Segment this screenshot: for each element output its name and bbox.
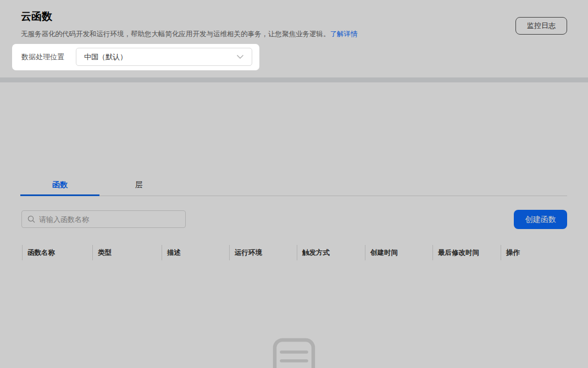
column-header-description: 描述 <box>162 245 229 260</box>
tab-layers[interactable]: 层 <box>99 176 179 194</box>
section-divider-gap <box>0 77 588 82</box>
empty-state <box>0 338 588 368</box>
column-header-modified-time: 最后修改时间 <box>432 245 501 260</box>
column-header-type: 类型 <box>92 245 162 260</box>
page-title: 云函数 <box>21 9 52 24</box>
page-subtitle-text: 无服务器化的代码开发和运行环境，帮助您大幅简化应用开发与运维相关的事务，让您聚焦… <box>21 30 330 38</box>
empty-document-icon <box>273 338 315 368</box>
cloud-functions-page: 云函数 无服务器化的代码开发和运行环境，帮助您大幅简化应用开发与运维相关的事务，… <box>0 0 588 368</box>
column-header-created-time: 创建时间 <box>365 245 432 260</box>
column-header-trigger: 触发方式 <box>297 245 365 260</box>
column-header-runtime: 运行环境 <box>229 245 297 260</box>
search-icon <box>27 215 35 223</box>
content-card: 函数 层 创建函数 函数名称 类型 描述 运行环境 触发方式 创建时间 最后修改… <box>0 82 588 368</box>
column-header-function-name: 函数名称 <box>22 245 92 260</box>
chevron-down-icon <box>236 54 244 59</box>
function-search-box[interactable] <box>21 210 186 228</box>
function-table-header: 函数名称 类型 描述 运行环境 触发方式 创建时间 最后修改时间 操作 <box>22 245 567 260</box>
region-select-value: 中国（默认） <box>84 52 236 62</box>
monitor-logs-button[interactable]: 监控日志 <box>515 17 567 35</box>
tab-functions[interactable]: 函数 <box>20 176 99 194</box>
region-selector-label: 数据处理位置 <box>21 44 64 70</box>
create-function-button[interactable]: 创建函数 <box>514 210 567 229</box>
region-selector-spotlight: 数据处理位置 中国（默认） <box>12 44 259 70</box>
region-select-dropdown[interactable]: 中国（默认） <box>76 48 252 66</box>
page-subtitle: 无服务器化的代码开发和运行环境，帮助您大幅简化应用开发与运维相关的事务，让您聚焦… <box>21 30 358 39</box>
tab-baseline <box>20 196 567 196</box>
search-input[interactable] <box>39 215 180 224</box>
learn-more-link[interactable]: 了解详情 <box>330 30 358 38</box>
tab-active-indicator <box>20 194 99 196</box>
column-header-actions: 操作 <box>501 245 567 260</box>
